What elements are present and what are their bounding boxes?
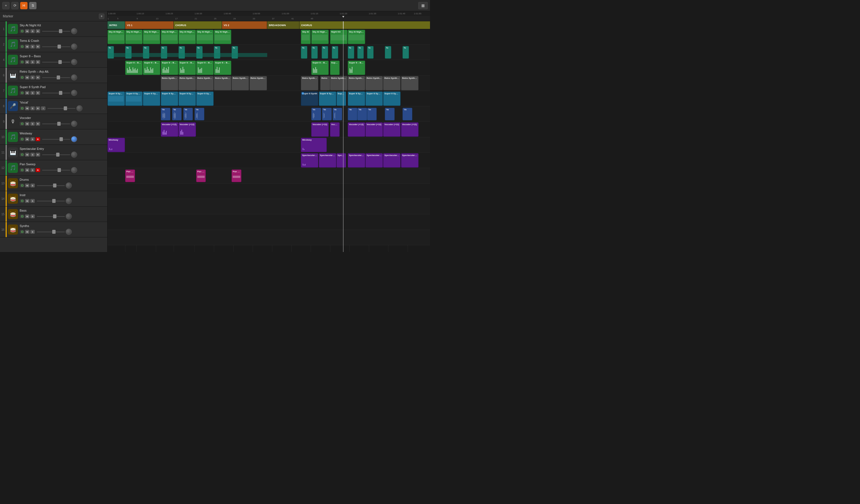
marker-add-button[interactable]: + [99, 13, 104, 19]
clip-synth-4[interactable]: Super 8 Synth P [161, 91, 178, 106]
clip-synth-7[interactable]: Super 8 Synth P [319, 91, 336, 106]
clip-retro-12[interactable]: Retro Synth – Ar [383, 76, 401, 90]
arrange-row-15[interactable] [108, 214, 430, 230]
volume-fader[interactable] [42, 170, 70, 171]
volume-fader[interactable] [37, 231, 65, 232]
arrange-row-8[interactable]: 'Vo 'Vo 'Vo [108, 106, 430, 122]
clip-synth-special[interactable]: Super 8 Synth [301, 91, 318, 106]
fader-thumb[interactable] [58, 45, 61, 48]
clip-retro-10[interactable]: Retro Synth – Ar [348, 76, 365, 90]
power-button[interactable]: ⏻ [20, 60, 24, 64]
clip-synth-2[interactable]: Super 8 Synth P [125, 91, 143, 106]
clip-toms-10[interactable]: To [311, 46, 318, 59]
arrange-row-7[interactable]: Super 8 Synth P Super 8 Synth P Super 8 … [108, 91, 430, 106]
pan-knob[interactable] [71, 121, 77, 127]
clip-retro-5[interactable]: Retro Synth – Ar [232, 76, 249, 90]
clip-toms-12[interactable]: To [332, 46, 338, 59]
clip-spectacular-6[interactable]: Spectacular Entr [383, 153, 401, 168]
fader-thumb[interactable] [59, 29, 62, 33]
clip-retro-7[interactable]: Retro Synth – Ar [301, 76, 318, 90]
arrange-row-10[interactable]: Westway Westway [108, 137, 430, 153]
power-button[interactable]: ⏻ [20, 184, 24, 187]
clip-retro-6[interactable]: Retro Synth – Ar [249, 76, 267, 90]
clip-toms-15[interactable]: To [367, 46, 374, 59]
loop-button[interactable]: ⟳ [11, 2, 18, 9]
volume-fader[interactable] [42, 46, 70, 47]
power-button[interactable]: ⏻ [20, 153, 24, 157]
record-button[interactable]: R [35, 75, 40, 80]
clip-bass-4[interactable]: Super 8 – Bass [178, 61, 196, 75]
clip-synth-3[interactable]: Super 8 Synth P [143, 91, 160, 106]
clip-vocoder-8[interactable]: Vocoder (+12) [401, 123, 418, 137]
solo-button[interactable]: S [30, 45, 35, 48]
clip-toms-9[interactable]: To [301, 46, 307, 59]
mute-button[interactable]: M [25, 168, 29, 172]
fader-thumb[interactable] [56, 153, 59, 157]
clip-sky-kit-7[interactable]: Sky At Night Kit [214, 30, 231, 44]
solo-button[interactable]: S [30, 214, 35, 218]
fader-thumb[interactable] [52, 230, 56, 234]
volume-fader[interactable] [47, 108, 75, 109]
fader-thumb[interactable] [53, 184, 56, 187]
clip-retro-8[interactable]: Retro [320, 76, 330, 90]
clip-toms-11[interactable]: To [322, 46, 328, 59]
fader-thumb[interactable] [58, 168, 61, 172]
volume-fader[interactable] [37, 185, 65, 186]
volume-fader[interactable] [42, 139, 70, 140]
clip-synth-8[interactable]: Super 8 [336, 91, 346, 106]
arrange-row-6[interactable]: Retro Synth – Ar Retro Synth – Ar Retro … [108, 75, 430, 91]
s-button[interactable]: S [29, 2, 37, 9]
solo-button[interactable]: S [30, 184, 35, 187]
solo-button[interactable]: S [30, 91, 35, 95]
clip-synth-9[interactable]: Super 8 Synth P [348, 91, 365, 106]
clip-bass-7[interactable]: Super 8 – Bass [311, 61, 329, 75]
solo-button[interactable]: S [30, 153, 35, 157]
add-button[interactable]: + [2, 2, 10, 9]
arrange-row-9[interactable]: Vocoder (+12) Vocoder (+12) [108, 122, 430, 137]
pan-knob[interactable] [71, 90, 77, 96]
clip-westway-1[interactable]: Westway [108, 138, 125, 152]
clip-toms-14[interactable]: To [357, 46, 364, 59]
record-button[interactable]: R [35, 45, 40, 48]
clip-toms-16[interactable]: To [385, 46, 391, 59]
arrange-row-2[interactable]: To To To To To To To [108, 45, 430, 60]
power-button[interactable]: ⏻ [20, 137, 24, 141]
solo-button[interactable]: S [30, 230, 35, 234]
clip-spectacular-2[interactable]: Spectacular Entr [319, 153, 336, 168]
mute-button[interactable]: M [25, 230, 29, 234]
clip-bass-9[interactable]: Super 8 – Bass [348, 61, 365, 75]
volume-fader[interactable] [37, 216, 65, 217]
fader-thumb[interactable] [59, 137, 63, 141]
clip-spectacular-1[interactable]: Spectacular Entr [301, 153, 318, 168]
solo-button[interactable]: S [30, 60, 35, 64]
power-button[interactable]: ⏻ [20, 168, 24, 172]
record-button[interactable]: R [35, 122, 40, 126]
clip-sky-kit-9[interactable]: Sky At Night Kit [311, 30, 329, 44]
pan-knob[interactable] [71, 152, 77, 158]
fader-thumb[interactable] [57, 122, 61, 126]
mute-button[interactable]: M [25, 184, 29, 187]
pan-knob[interactable] [71, 167, 77, 173]
clip-bass-8[interactable]: Super 8 [330, 61, 340, 75]
power-button[interactable]: ⏻ [20, 45, 24, 48]
clip-synth-5[interactable]: Super 8 Synth P [178, 91, 196, 106]
mute-button[interactable]: M [25, 29, 29, 33]
arrange-row-14[interactable] [108, 199, 430, 214]
clip-synth-6[interactable]: Super 8 Synth P [196, 91, 214, 106]
solo-button[interactable]: S [30, 137, 35, 141]
input-button[interactable]: I [41, 106, 45, 110]
volume-fader[interactable] [42, 92, 70, 93]
volume-fader[interactable] [42, 31, 70, 32]
clip-westway-2[interactable]: Westway [301, 138, 327, 152]
solo-button[interactable]: S [30, 75, 35, 80]
grid-button[interactable]: ▦ [418, 2, 428, 9]
clip-spectacular-3[interactable]: Spectac [336, 153, 346, 168]
clip-vocal-7[interactable]: 'Vo [333, 108, 342, 120]
clip-vocoder-4[interactable]: Vocoder [330, 123, 340, 137]
h-button[interactable]: H [20, 2, 28, 9]
clip-retro-13[interactable]: Retro Synth – Ar [401, 76, 418, 90]
clip-synth-10[interactable]: Super 8 Synth P [366, 91, 383, 106]
clip-vocal-6[interactable]: 'Vo [322, 108, 331, 120]
clip-sky-kit-5[interactable]: Sky At Night Kit [178, 30, 196, 44]
pan-knob[interactable] [66, 183, 72, 189]
